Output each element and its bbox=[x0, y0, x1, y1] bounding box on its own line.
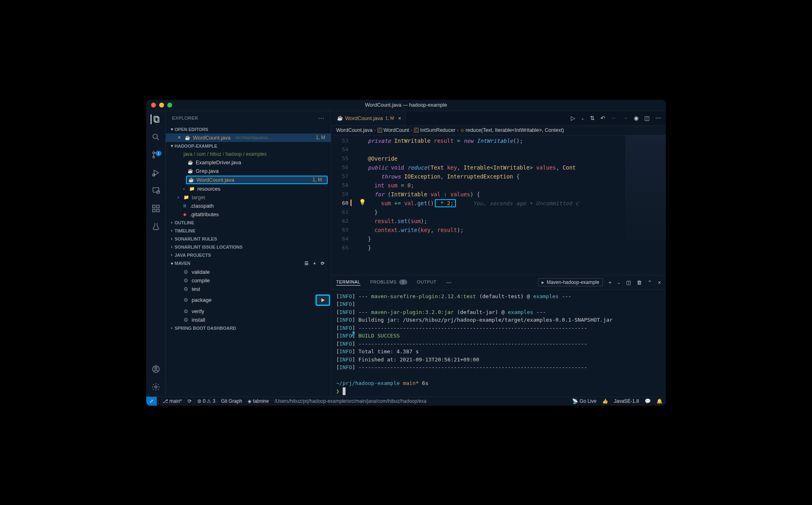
svg-rect-12 bbox=[156, 205, 159, 207]
list-icon[interactable]: ☰ bbox=[304, 261, 309, 266]
open-editors-section[interactable]: ▾ OPEN EDITORS bbox=[166, 125, 331, 133]
test-activity-icon[interactable] bbox=[151, 221, 161, 231]
file-gitattributes[interactable]: ◆ .gitattributes bbox=[166, 210, 331, 219]
run-package-annotation[interactable] bbox=[315, 294, 330, 306]
maven-goal-validate[interactable]: ⚙validate bbox=[166, 268, 331, 276]
maven-goal-verify[interactable]: ⚙verify bbox=[166, 307, 331, 316]
split-editor-icon[interactable]: ◫ bbox=[644, 115, 650, 121]
sync-icon[interactable]: ⟳ bbox=[188, 398, 192, 404]
code-editor[interactable]: 53545556575859 606162636465 💡 private In… bbox=[331, 135, 666, 275]
terminal-selector[interactable]: ▸ Maven-hadoop-example bbox=[538, 278, 603, 286]
sonarlint-rules-section[interactable]: ›SONARLINT RULES bbox=[166, 235, 331, 243]
java-runtime-item[interactable]: JavaSE-1.8 bbox=[614, 398, 639, 404]
run-button[interactable]: ▷ bbox=[571, 115, 575, 121]
tabnine-item[interactable]: ◈ tabnine bbox=[248, 398, 269, 404]
accounts-icon[interactable] bbox=[151, 364, 161, 374]
chevron-down-icon: ▾ bbox=[169, 144, 175, 148]
maven-actions: ☰ + ⟳ bbox=[304, 261, 328, 266]
panel-more-icon[interactable]: ⋯ bbox=[446, 279, 451, 286]
refresh-icon[interactable]: ⟳ bbox=[321, 261, 324, 266]
terminal-output[interactable]: [INFO] --- maven-surefire-plugin:2.12.4:… bbox=[331, 290, 666, 397]
split-terminal-icon[interactable]: ◫ bbox=[626, 279, 631, 286]
errors-warnings[interactable]: ⊘ 0 ⚠ 3 bbox=[197, 398, 215, 404]
explorer-more-icon[interactable]: ⋯ bbox=[318, 114, 325, 122]
gitgraph-item[interactable]: Git Graph bbox=[221, 398, 242, 404]
extensions-activity-icon[interactable] bbox=[151, 204, 161, 213]
maven-section[interactable]: ▾MAVEN ☰ + ⟳ bbox=[166, 259, 331, 268]
toggle-icon[interactable]: ◉ bbox=[634, 115, 639, 121]
code-content[interactable]: private IntWritable result = new IntWrit… bbox=[356, 135, 666, 275]
more-icon[interactable]: ⋯ bbox=[655, 115, 661, 121]
golive-item[interactable]: 📡 Go Live bbox=[572, 398, 596, 404]
compare-icon[interactable]: ⇅ bbox=[590, 115, 595, 121]
outline-section[interactable]: ›OUTLINE bbox=[166, 219, 331, 227]
open-editor-wordcount[interactable]: × ☕ WordCount.java src/main/java/co... 1… bbox=[166, 133, 331, 142]
maven-goal-test[interactable]: ⚙test bbox=[166, 285, 331, 293]
maven-goal-compile[interactable]: ⚙compile bbox=[166, 276, 331, 285]
close-icon[interactable]: × bbox=[178, 135, 181, 140]
feedback-icon[interactable]: 💬 bbox=[645, 398, 651, 404]
problems-tab[interactable]: PROBLEMS3 bbox=[370, 279, 407, 285]
terminal-dropdown-icon[interactable]: ⌄ bbox=[617, 280, 620, 285]
revert-icon[interactable]: ↶ bbox=[600, 115, 605, 121]
thumbs-icon[interactable]: 👍 bbox=[602, 398, 608, 404]
tab-badge: 1, M bbox=[385, 116, 394, 120]
bc-method[interactable]: reduce(Text, Iterable<IntWritable>, Cont… bbox=[466, 127, 564, 133]
sonarlint-issues-section[interactable]: ›SONARLINT ISSUE LOCATIONS bbox=[166, 243, 331, 251]
file-classpath[interactable]: 🗎 .classpath bbox=[166, 202, 331, 210]
java-projects-section[interactable]: ›JAVA PROJECTS bbox=[166, 251, 331, 259]
file-grep[interactable]: ☕ Grep.java bbox=[166, 167, 331, 175]
search-activity-icon[interactable] bbox=[151, 132, 161, 142]
workspace-name: HADOOP-EXAMPLE bbox=[175, 144, 217, 148]
minimap[interactable] bbox=[625, 135, 666, 249]
maximize-panel-icon[interactable]: ⌃ bbox=[648, 279, 652, 286]
bc-file[interactable]: WordCount.java bbox=[336, 127, 372, 133]
java-file-icon: ☕ bbox=[188, 159, 193, 165]
svg-rect-13 bbox=[152, 209, 155, 211]
close-window-button[interactable] bbox=[151, 103, 156, 107]
bell-icon[interactable]: 🔔 bbox=[657, 398, 663, 404]
maven-goal-install[interactable]: ⚙install bbox=[166, 316, 331, 324]
timeline-section[interactable]: ›TIMELINE bbox=[166, 227, 331, 235]
close-tab-icon[interactable]: × bbox=[398, 115, 401, 121]
gear-icon: ⚙ bbox=[184, 308, 188, 314]
minimize-window-button[interactable] bbox=[159, 103, 164, 107]
kill-terminal-icon[interactable]: 🗑 bbox=[637, 279, 642, 286]
bc-class[interactable]: WordCount bbox=[384, 127, 409, 133]
traffic-lights bbox=[151, 103, 172, 107]
gear-icon: ⚙ bbox=[184, 269, 188, 275]
maven-goal-package[interactable]: ⚙package bbox=[166, 293, 331, 307]
plus-icon[interactable]: + bbox=[313, 261, 316, 266]
tab-wordcount[interactable]: ☕ WordCount.java 1, M × bbox=[333, 111, 406, 125]
run-dropdown-icon[interactable]: ⌄ bbox=[581, 116, 584, 120]
file-wordcount-selected[interactable]: ☕ WordCount.java 1, M bbox=[186, 176, 328, 184]
folder-target[interactable]: › 📁 target bbox=[166, 193, 331, 202]
problems-count: 3 bbox=[399, 279, 407, 285]
explorer-activity-icon[interactable] bbox=[151, 114, 160, 124]
file-label: WordCount.java bbox=[197, 177, 234, 183]
close-panel-icon[interactable]: × bbox=[658, 279, 661, 286]
terminal-tab[interactable]: TERMINAL bbox=[336, 279, 361, 286]
breadcrumb[interactable]: WordCount.java› 🄲WordCount› 🄲IntSumReduc… bbox=[331, 126, 666, 135]
package-path[interactable]: java / com / hibuz / hadoop / examples bbox=[166, 150, 331, 158]
workspace-section[interactable]: ▾ HADOOP-EXAMPLE bbox=[166, 142, 331, 150]
new-terminal-icon[interactable]: + bbox=[609, 279, 612, 286]
next-icon[interactable]: → bbox=[622, 115, 628, 121]
maximize-window-button[interactable] bbox=[167, 103, 172, 107]
file-exampledriver[interactable]: ☕ ExampleDriver.java bbox=[166, 158, 331, 167]
bc-inner[interactable]: IntSumReducer bbox=[420, 127, 456, 133]
remote-indicator[interactable]: ⤢ bbox=[146, 397, 157, 406]
debug-activity-icon[interactable] bbox=[151, 168, 161, 178]
prev-icon[interactable]: ← bbox=[611, 115, 617, 121]
chevron-down-icon: ▾ bbox=[169, 127, 175, 131]
svg-rect-11 bbox=[152, 205, 155, 207]
folder-icon: 📁 bbox=[184, 194, 189, 200]
remote-activity-icon[interactable] bbox=[151, 186, 161, 196]
spring-section[interactable]: ›SPRING BOOT DASHBOARD bbox=[166, 324, 331, 332]
branch-indicator[interactable]: ⎇ main* bbox=[162, 398, 182, 404]
settings-gear-icon[interactable] bbox=[151, 382, 161, 392]
output-tab[interactable]: OUTPUT bbox=[417, 279, 436, 285]
window-title: WordCount.java — hadoop-example bbox=[365, 102, 447, 108]
folder-resources[interactable]: › 📁 resources bbox=[166, 185, 331, 193]
scm-activity-icon[interactable]: 1 bbox=[151, 150, 161, 160]
